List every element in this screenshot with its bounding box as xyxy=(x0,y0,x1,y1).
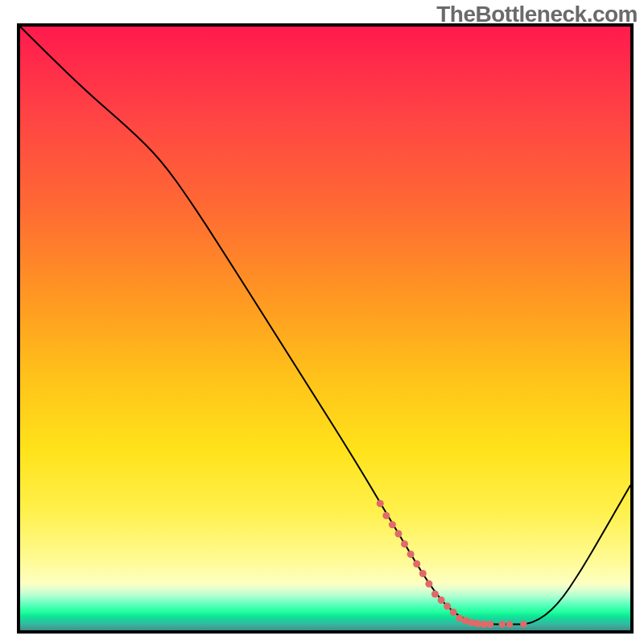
pink-dot xyxy=(462,617,469,625)
pink-dot xyxy=(431,591,439,598)
chart-container: TheBottleneck.com xyxy=(0,0,644,644)
pink-dot xyxy=(394,530,402,538)
pink-overlay-group xyxy=(377,500,527,628)
pink-dot xyxy=(486,621,493,628)
pink-dot xyxy=(419,570,427,577)
black-curve-path xyxy=(20,27,630,625)
pink-dot xyxy=(413,560,420,568)
pink-dot xyxy=(444,603,451,610)
pink-dot xyxy=(438,597,445,604)
pink-dot xyxy=(407,551,415,558)
pink-dot xyxy=(450,609,457,616)
pink-dot xyxy=(382,512,390,519)
pink-dot xyxy=(499,621,506,628)
watermark-text: TheBottleneck.com xyxy=(436,2,638,27)
curve-layer xyxy=(20,27,630,630)
pink-dot xyxy=(506,621,514,628)
pink-dot xyxy=(520,621,527,628)
plot-area xyxy=(17,23,634,634)
pink-dot xyxy=(377,500,384,507)
pink-dot xyxy=(389,521,396,528)
pink-dot xyxy=(401,540,408,547)
pink-dot xyxy=(425,580,432,588)
pink-dot xyxy=(468,619,475,626)
